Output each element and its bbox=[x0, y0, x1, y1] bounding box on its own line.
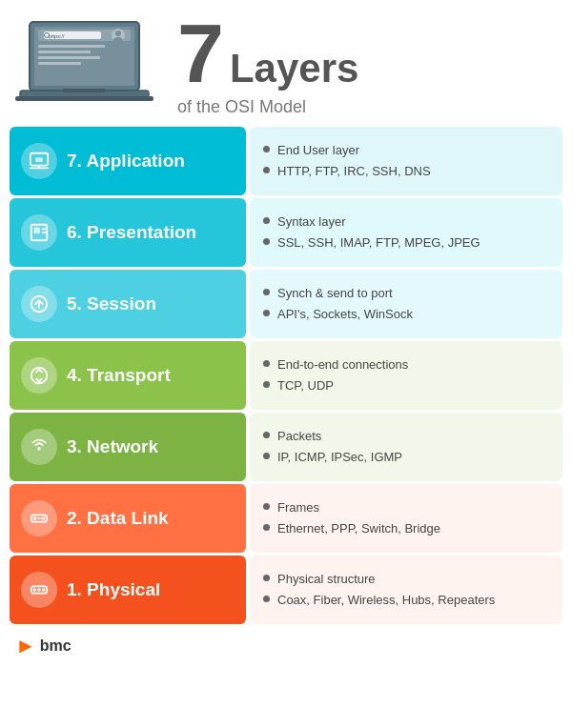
bullet-text: Physical structure bbox=[277, 571, 376, 588]
bmc-logo: ► bmc bbox=[15, 634, 72, 658]
bullet-dot bbox=[263, 167, 270, 173]
bullet-text: Syntax layer bbox=[277, 213, 346, 231]
layer-icon-6 bbox=[21, 214, 57, 251]
layer-icon-1 bbox=[21, 572, 57, 608]
layer-name-5: 5. Session bbox=[67, 293, 156, 314]
bullet-dot bbox=[263, 524, 270, 531]
layer-bullet: Syntax layer bbox=[263, 213, 549, 231]
layer-row-5: 5. SessionSynch & send to portAPI's, Soc… bbox=[10, 270, 562, 338]
svg-rect-18 bbox=[35, 157, 42, 162]
layer-row-3: 3. NetworkPacketsIP, ICMP, IPSec, IGMP bbox=[10, 413, 562, 481]
layer-bullet: Frames bbox=[263, 499, 549, 516]
layer-bullet: API's, Sockets, WinSock bbox=[263, 306, 549, 323]
layer-icon-7 bbox=[21, 143, 57, 179]
bullet-dot bbox=[263, 289, 270, 295]
layer-row-2: 2. Data LinkFramesEthernet, PPP, Switch,… bbox=[10, 484, 562, 553]
header: https:// bbox=[0, 0, 572, 123]
layer-name-2: 2. Data Link bbox=[67, 508, 169, 529]
bullet-dot bbox=[263, 360, 270, 367]
bullet-dot bbox=[263, 310, 270, 316]
layer-name-7: 7. Application bbox=[67, 151, 185, 172]
svg-rect-13 bbox=[38, 62, 81, 65]
bmc-icon: ► bbox=[15, 634, 36, 658]
page-container: https:// bbox=[0, 0, 572, 664]
layer-icon-5 bbox=[21, 286, 57, 322]
svg-point-36 bbox=[42, 588, 46, 592]
layer-name-1: 1. Physical bbox=[67, 579, 160, 600]
bullet-dot bbox=[263, 596, 270, 602]
bmc-text: bmc bbox=[40, 637, 72, 655]
svg-point-35 bbox=[37, 588, 41, 592]
svg-rect-12 bbox=[38, 56, 100, 59]
layer-name-6: 6. Presentation bbox=[67, 222, 196, 243]
layer-right-2: FramesEthernet, PPP, Switch, Bridge bbox=[250, 484, 562, 553]
svg-point-34 bbox=[33, 588, 37, 592]
bullet-text: Packets bbox=[277, 428, 321, 445]
layer-right-1: Physical structureCoax, Fiber, Wireless,… bbox=[250, 556, 562, 624]
bullet-dot bbox=[263, 503, 270, 510]
svg-text:https://: https:// bbox=[49, 33, 65, 39]
layer-bullet: HTTP, FTP, IRC, SSH, DNS bbox=[263, 163, 549, 180]
layer-bullet: Packets bbox=[263, 428, 549, 445]
layer-bullet: TCP, UDP bbox=[263, 377, 549, 394]
bullet-dot bbox=[263, 453, 270, 459]
bullet-text: HTTP, FTP, IRC, SSH, DNS bbox=[277, 163, 431, 180]
svg-point-31 bbox=[42, 516, 46, 520]
bullet-text: End User layer bbox=[277, 142, 359, 159]
layer-bullet: End User layer bbox=[263, 142, 549, 159]
layer-bullet: IP, ICMP, IPSec, IGMP bbox=[263, 449, 549, 466]
layer-right-4: End-to-end connectionsTCP, UDP bbox=[250, 341, 562, 410]
layer-right-3: PacketsIP, ICMP, IPSec, IGMP bbox=[250, 413, 562, 481]
title-area: 7 Layers of the OSI Model bbox=[168, 11, 358, 117]
layer-bullet: End-to-end connections bbox=[263, 356, 549, 374]
layer-right-5: Synch & send to portAPI's, Sockets, WinS… bbox=[250, 270, 562, 338]
layer-icon-3 bbox=[21, 429, 57, 465]
layers-container: 7. ApplicationEnd User layerHTTP, FTP, I… bbox=[0, 123, 572, 628]
title-layers: Layers bbox=[230, 49, 358, 89]
svg-rect-16 bbox=[15, 96, 153, 101]
layer-icon-4 bbox=[21, 357, 57, 394]
layer-left-7: 7. Application bbox=[10, 127, 246, 195]
bullet-text: TCP, UDP bbox=[277, 377, 334, 394]
bullet-text: Coax, Fiber, Wireless, Hubs, Repeaters bbox=[277, 592, 495, 609]
svg-point-30 bbox=[33, 516, 37, 520]
layer-bullet: Synch & send to port bbox=[263, 285, 549, 302]
layer-left-4: 4. Transport bbox=[10, 341, 246, 410]
layer-row-7: 7. ApplicationEnd User layerHTTP, FTP, I… bbox=[10, 127, 562, 195]
bullet-dot bbox=[263, 575, 270, 581]
layer-right-6: Syntax layerSSL, SSH, IMAP, FTP, MPEG, J… bbox=[250, 198, 562, 267]
bullet-text: Ethernet, PPP, Switch, Bridge bbox=[277, 520, 440, 537]
title-subtitle: of the OSI Model bbox=[177, 97, 358, 117]
bullet-dot bbox=[263, 381, 270, 388]
layer-row-6: 6. PresentationSyntax layerSSL, SSH, IMA… bbox=[10, 198, 562, 267]
bullet-dot bbox=[263, 217, 270, 224]
bullet-text: End-to-end connections bbox=[277, 356, 408, 374]
layer-name-3: 3. Network bbox=[67, 436, 158, 457]
layer-left-5: 5. Session bbox=[10, 270, 246, 338]
svg-rect-10 bbox=[38, 45, 105, 48]
layer-left-3: 3. Network bbox=[10, 413, 246, 481]
bullet-text: API's, Sockets, WinSock bbox=[277, 306, 413, 323]
bullet-dot bbox=[263, 432, 270, 438]
svg-rect-22 bbox=[34, 228, 40, 233]
bullet-text: Frames bbox=[277, 499, 319, 516]
layer-left-1: 1. Physical bbox=[10, 556, 246, 624]
layer-row-1: 1. PhysicalPhysical structureCoax, Fiber… bbox=[10, 556, 562, 624]
layer-bullet: Physical structure bbox=[263, 571, 549, 588]
bullet-dot bbox=[263, 238, 270, 245]
svg-rect-11 bbox=[38, 51, 91, 53]
svg-point-8 bbox=[115, 30, 121, 36]
svg-rect-15 bbox=[63, 89, 106, 92]
layer-left-6: 6. Presentation bbox=[10, 198, 246, 267]
bullet-text: SSL, SSH, IMAP, FTP, MPEG, JPEG bbox=[277, 234, 480, 252]
bullet-dot bbox=[263, 146, 270, 152]
laptop-graphic: https:// bbox=[15, 14, 168, 114]
bullet-text: Synch & send to port bbox=[277, 285, 393, 302]
bullet-text: IP, ICMP, IPSec, IGMP bbox=[277, 449, 402, 466]
svg-point-28 bbox=[37, 447, 41, 451]
layer-bullet: Ethernet, PPP, Switch, Bridge bbox=[263, 520, 549, 537]
layer-right-7: End User layerHTTP, FTP, IRC, SSH, DNS bbox=[250, 127, 562, 195]
layer-icon-2 bbox=[21, 500, 57, 536]
svg-point-9 bbox=[113, 37, 123, 43]
layer-bullet: Coax, Fiber, Wireless, Hubs, Repeaters bbox=[263, 592, 549, 609]
